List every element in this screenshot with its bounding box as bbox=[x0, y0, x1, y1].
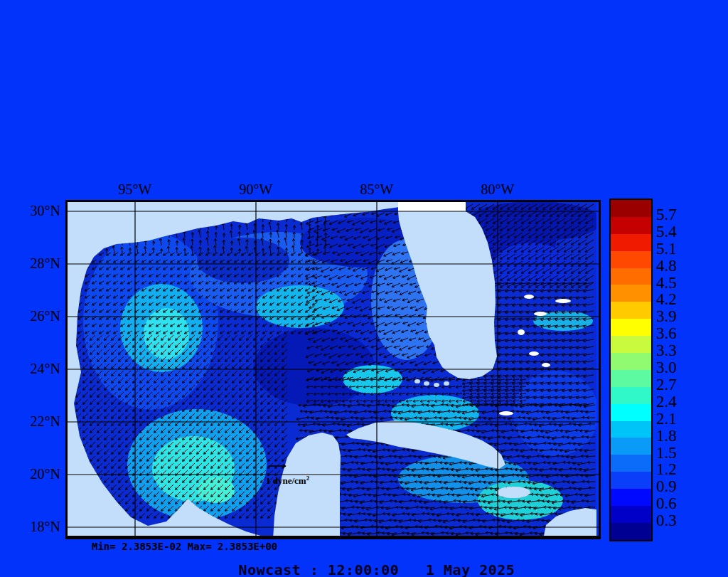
scale-vector-exponent: 2 bbox=[306, 475, 310, 482]
colorbar-segment bbox=[611, 302, 651, 319]
lat-tick-label: 26°N bbox=[23, 308, 60, 324]
colorbar-segment bbox=[611, 523, 651, 540]
colorbar-tick-label: 1.5 bbox=[656, 444, 677, 462]
lat-tick-label: 20°N bbox=[23, 466, 60, 482]
stress-magnitude-patch bbox=[197, 238, 289, 283]
lon-tick-label: 90°W bbox=[240, 181, 273, 198]
lat-tick-label: 24°N bbox=[23, 361, 60, 377]
lat-tick-label: 30°N bbox=[23, 203, 60, 219]
island bbox=[542, 363, 550, 367]
colorbar-tick-label: 2.1 bbox=[656, 410, 677, 428]
colorbar-segment bbox=[611, 438, 651, 455]
colorbar-tick-label: 3.6 bbox=[656, 325, 677, 344]
island bbox=[499, 411, 513, 415]
lon-tick-label: 80°W bbox=[481, 181, 515, 198]
colorbar-tick-label: 0.3 bbox=[656, 512, 677, 531]
colorbar-segment bbox=[611, 336, 651, 353]
lon-tick-label: 85°W bbox=[360, 181, 394, 198]
minmax-stats: Min= 2.3853E-02 Max= 2.3853E+00 bbox=[92, 541, 277, 552]
colorbar-segment bbox=[611, 234, 651, 251]
colorbar-tick-label: 5.1 bbox=[656, 240, 677, 258]
colorbar bbox=[609, 198, 653, 541]
scale-vector-text: 1 dyne/cm bbox=[266, 475, 306, 486]
island bbox=[524, 295, 534, 299]
land-jamaica bbox=[496, 487, 530, 498]
colorbar-segment bbox=[611, 455, 651, 472]
colorbar-segment bbox=[611, 353, 651, 370]
colorbar-tick-label: 1.8 bbox=[656, 427, 677, 445]
colorbar-segment bbox=[611, 489, 651, 506]
island bbox=[534, 312, 547, 316]
colorbar-segment bbox=[611, 370, 651, 387]
colorbar-tick-label: 4.5 bbox=[656, 274, 677, 292]
colorbar-tick-label: 2.4 bbox=[656, 393, 677, 411]
land-florida-key bbox=[444, 381, 449, 386]
lat-tick-label: 18°N bbox=[23, 519, 60, 535]
island bbox=[529, 351, 539, 356]
colorbar-tick-label: 3.9 bbox=[656, 308, 677, 327]
colorbar-segment bbox=[611, 404, 651, 421]
colorbar-segment bbox=[611, 200, 651, 217]
island bbox=[555, 299, 571, 303]
colorbar-tick-label: 5.4 bbox=[656, 223, 677, 241]
colorbar-tick-label: 0.6 bbox=[656, 495, 677, 514]
colorbar-segment bbox=[611, 285, 651, 302]
colorbar-tick-label: 3.3 bbox=[656, 342, 677, 361]
map-svg bbox=[65, 200, 601, 539]
colorbar-tick-label: 1.2 bbox=[656, 461, 677, 480]
colorbar-segment bbox=[611, 268, 651, 285]
colorbar-segment bbox=[611, 217, 651, 234]
colorbar-segment bbox=[611, 319, 651, 336]
land-florida-key bbox=[434, 383, 439, 387]
land-florida-key bbox=[424, 381, 429, 386]
plot-canvas: 95°W90°W85°W80°W30°N28°N26°N24°N22°N20°N… bbox=[0, 0, 728, 577]
colorbar-tick-label: 4.8 bbox=[656, 257, 677, 275]
colorbar-segment bbox=[611, 421, 651, 438]
colorbar-tick-label: 0.9 bbox=[656, 478, 677, 497]
nowcast-title: Nowcast : 12:00:00 1 May 2025 bbox=[239, 561, 515, 577]
colorbar-tick-label: 5.7 bbox=[656, 206, 677, 224]
land-florida-key bbox=[414, 379, 420, 383]
lat-tick-label: 22°N bbox=[23, 413, 60, 430]
colorbar-tick-label: 4.2 bbox=[656, 291, 677, 309]
colorbar-segment bbox=[611, 251, 651, 268]
scale-vector-label: 1 dyne/cm2 bbox=[266, 475, 309, 487]
stress-magnitude-patch bbox=[256, 285, 344, 328]
map-frame: 1 dyne/cm2 bbox=[65, 200, 601, 539]
lon-tick-label: 95°W bbox=[119, 181, 152, 198]
colorbar-tick-label: 3.0 bbox=[656, 359, 677, 377]
island bbox=[518, 329, 525, 335]
colorbar-segment bbox=[611, 387, 651, 404]
colorbar-tick-label: 2.7 bbox=[656, 376, 677, 394]
lat-tick-label: 28°N bbox=[23, 255, 60, 272]
colorbar-segment bbox=[611, 506, 651, 523]
colorbar-segment bbox=[611, 472, 651, 489]
